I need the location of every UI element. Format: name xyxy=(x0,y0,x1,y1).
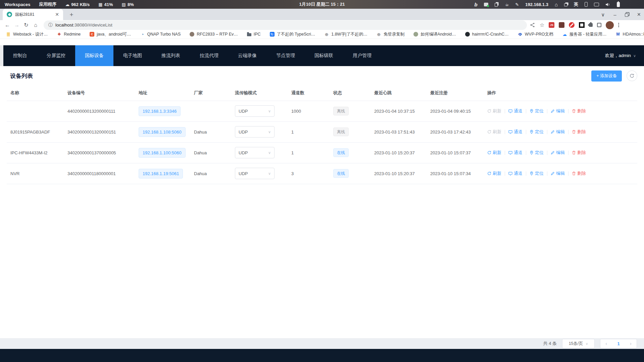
locate-button[interactable]: 定位 xyxy=(530,170,544,176)
bing-tray-icon[interactable]: b xyxy=(475,2,478,7)
edit-button[interactable]: 编辑 xyxy=(551,170,565,176)
js-extension-icon[interactable]: JS xyxy=(549,22,554,28)
profile-avatar[interactable] xyxy=(606,21,614,29)
home-tray-icon[interactable]: ⌂ xyxy=(555,2,558,7)
cpu-usage-indicator[interactable]: ▦ 41% xyxy=(98,2,113,7)
delete-button[interactable]: 删除 xyxy=(572,150,586,156)
delete-button[interactable]: 删除 xyxy=(572,170,586,176)
prev-page-button[interactable]: ‹ xyxy=(605,341,607,346)
refresh-device-button[interactable]: 刷新 xyxy=(487,108,501,114)
address-bar[interactable]: ⓘ localhost:38080/#/deviceList xyxy=(44,20,527,30)
bookmark-item[interactable]: ⊕ 免登录复制 xyxy=(377,32,405,37)
network-speed-indicator[interactable]: ☁ 962 KB/s xyxy=(65,2,90,7)
sidebar-extension-icon[interactable] xyxy=(597,23,601,27)
nav-tab[interactable]: 节点管理 xyxy=(266,45,305,66)
new-tab-button[interactable]: + xyxy=(67,10,76,19)
bookmark-favicon: ⊕ xyxy=(377,32,381,37)
channels-button[interactable]: 通道 xyxy=(508,170,523,176)
battery-icon[interactable] xyxy=(617,2,620,7)
current-page[interactable]: 1 xyxy=(617,341,620,346)
mask-extension-icon[interactable] xyxy=(559,22,564,28)
nav-tab[interactable]: 拉流代理 xyxy=(190,45,228,66)
screenshot-tray-icon[interactable] xyxy=(484,3,488,6)
back-button[interactable]: ← xyxy=(3,20,12,30)
restore-button[interactable] xyxy=(625,13,628,17)
nav-tab[interactable]: 分屏监控 xyxy=(37,45,75,66)
nav-tab[interactable]: 控制台 xyxy=(3,45,37,66)
coffee-tray-icon[interactable]: ☕ xyxy=(505,2,509,7)
status-badge: 在线 xyxy=(333,169,349,178)
bookmark-item[interactable]: 如何编译Android… xyxy=(413,32,456,37)
square-extension-icon[interactable] xyxy=(579,22,585,28)
workspaces-icon[interactable] xyxy=(564,3,567,6)
minimize-button[interactable]: – xyxy=(613,12,616,17)
refresh-device-button[interactable]: 刷新 xyxy=(487,129,501,135)
add-device-button[interactable]: + 添加设备 xyxy=(591,70,622,82)
next-page-button[interactable]: › xyxy=(630,341,632,346)
color-picker-tray-icon[interactable]: ✎ xyxy=(515,2,519,7)
close-window-button[interactable]: × xyxy=(637,11,641,17)
ip-address-indicator[interactable]: 192.168.1.3 xyxy=(525,2,548,7)
edit-button[interactable]: 编辑 xyxy=(551,108,565,114)
column-header: 地址 xyxy=(135,86,190,101)
phone-icon[interactable] xyxy=(585,2,588,7)
bookmark-item[interactable]: 知 了不起的 TypeScri… xyxy=(270,32,315,37)
refresh-device-button[interactable]: 刷新 xyxy=(487,150,501,156)
bookmark-item[interactable]: C java、android可… xyxy=(90,32,131,37)
display-icon[interactable] xyxy=(594,3,599,6)
bookmark-item[interactable]: ☁ 服务器 - 轻量应用… xyxy=(562,32,607,37)
nav-tab[interactable]: 国标设备 xyxy=(75,45,113,66)
user-menu[interactable]: 欢迎，admin ∨ xyxy=(605,45,644,66)
stream-mode-select[interactable]: UDP ∨ xyxy=(235,105,275,117)
channels-button[interactable]: 通道 xyxy=(508,129,523,135)
home-button[interactable]: ⌂ xyxy=(31,20,40,30)
browser-tab[interactable]: 国标28181 ✕ xyxy=(3,9,63,20)
channels-button[interactable]: 通道 xyxy=(508,150,523,156)
share-icon[interactable] xyxy=(530,22,535,28)
reload-button[interactable]: ↻ xyxy=(21,20,31,30)
stream-mode-select[interactable]: UDP ∨ xyxy=(235,147,275,158)
bookmark-item[interactable]: ❖ Redmine xyxy=(57,32,81,37)
memory-usage-indicator[interactable]: ▨ 8% xyxy=(122,2,134,7)
nav-tab[interactable]: 用户管理 xyxy=(343,45,381,66)
applications-menu[interactable]: 应用程序 xyxy=(39,1,56,7)
tab-search-icon[interactable]: ∨ xyxy=(601,12,605,17)
bookmark-item[interactable]: ⊕ 1.8W字|了不起的… xyxy=(324,32,367,37)
nav-tab[interactable]: 云端录像 xyxy=(228,45,266,66)
language-indicator[interactable]: 英 xyxy=(574,1,578,7)
locate-button[interactable]: 定位 xyxy=(530,129,544,135)
locate-button[interactable]: 定位 xyxy=(530,108,544,114)
site-info-icon[interactable]: ⓘ xyxy=(48,22,53,28)
clipboard-tray-icon[interactable] xyxy=(495,3,498,7)
bookmark-item[interactable]: M HDAtmos::种子 *… xyxy=(616,32,644,37)
edit-button[interactable]: 编辑 xyxy=(551,129,565,135)
nav-tab[interactable]: 电子地图 xyxy=(113,45,152,66)
refresh-list-button[interactable] xyxy=(627,70,637,81)
nav-tab[interactable]: 推流列表 xyxy=(152,45,190,66)
page-size-select[interactable]: 15条/页 ∨ xyxy=(562,339,595,348)
stream-mode-select[interactable]: UDP ∨ xyxy=(235,168,275,179)
bookmark-item[interactable]: IPC xyxy=(247,32,261,37)
adblock-extension-icon[interactable] xyxy=(569,22,575,28)
channels-button[interactable]: 通道 xyxy=(508,108,523,114)
edit-button[interactable]: 编辑 xyxy=(551,150,565,156)
bookmark-star-icon[interactable]: ☆ xyxy=(540,22,544,28)
bookmark-item[interactable]: RFC2833 – RTP Ev… xyxy=(190,32,238,37)
refresh-device-button[interactable]: 刷新 xyxy=(487,170,501,176)
nav-tab-label: 用户管理 xyxy=(353,53,371,59)
bookmark-item[interactable]: ◔ QNAP Turbo NAS xyxy=(140,32,181,37)
workspaces-button[interactable]: Workspaces xyxy=(5,2,30,7)
delete-button[interactable]: 删除 xyxy=(572,108,586,114)
volume-icon[interactable] xyxy=(605,2,610,7)
delete-button[interactable]: 删除 xyxy=(572,129,586,135)
bookmark-item[interactable]: ≣ Webstack - 设计… xyxy=(6,32,48,37)
nav-tab[interactable]: 国标级联 xyxy=(305,45,343,66)
bookmark-item[interactable]: hairrrrr/C-CrashC… xyxy=(465,32,509,37)
locate-button[interactable]: 定位 xyxy=(530,150,544,156)
forward-button[interactable]: → xyxy=(12,20,21,30)
bookmark-item[interactable]: Φ WVP-PRO文档 xyxy=(518,32,553,37)
tab-close-icon[interactable]: ✕ xyxy=(54,12,60,17)
extensions-puzzle-icon[interactable] xyxy=(589,23,593,27)
browser-menu-icon[interactable] xyxy=(618,23,619,27)
stream-mode-select[interactable]: UDP ∨ xyxy=(235,126,275,138)
